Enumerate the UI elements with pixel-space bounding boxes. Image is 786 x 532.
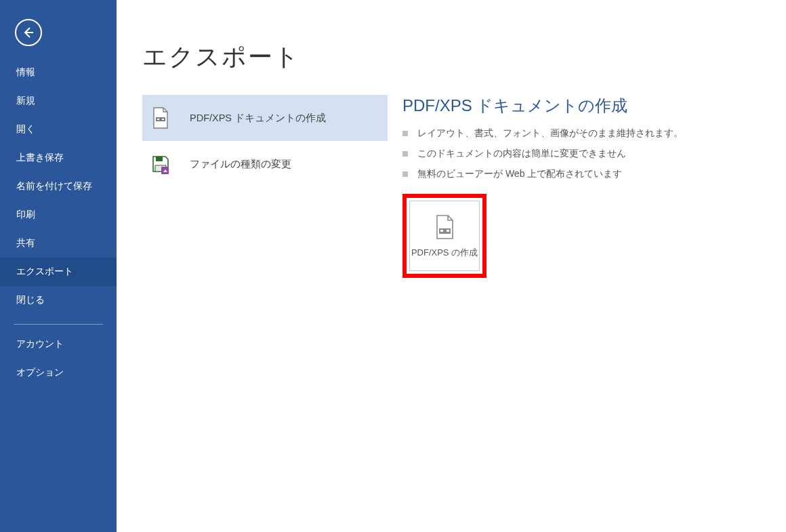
sidebar-item-share[interactable]: 共有 [0, 229, 117, 258]
sidebar-item-open[interactable]: 開く [0, 115, 117, 144]
svg-rect-6 [157, 119, 159, 120]
sidebar-nav-list: 情報 新規 開く 上書き保存 名前を付けて保存 印刷 共有 エクスポート 閉じる… [0, 58, 117, 387]
sidebar-item-options[interactable]: オプション [0, 359, 117, 387]
detail-bullet: 無料のビューアーが Web 上で配布されています [402, 164, 772, 184]
detail-bullet: レイアウト、書式、フォント、画像がそのまま維持されます。 [402, 123, 772, 144]
highlight-box: PDF/XPS の作成 [402, 194, 487, 278]
sidebar-item-account[interactable]: アカウント [0, 330, 117, 359]
detail-title: PDF/XPS ドキュメントの作成 [402, 95, 772, 117]
sidebar-separator [14, 324, 103, 325]
pdf-file-icon [433, 213, 456, 243]
option-label: ファイルの種類の変更 [190, 158, 291, 171]
option-change-file-type[interactable]: ファイルの種類の変更 [142, 141, 388, 187]
create-pdf-xps-button[interactable]: PDF/XPS の作成 [409, 201, 480, 271]
export-option-list: PDF/XPS ドキュメントの作成 ファイルの種類の変更 [142, 95, 388, 187]
sidebar-item-export[interactable]: エクスポート [0, 258, 117, 286]
back-button[interactable] [15, 19, 42, 46]
sidebar-item-save[interactable]: 上書き保存 [0, 144, 117, 172]
option-create-pdf-xps[interactable]: PDF/XPS ドキュメントの作成 [142, 95, 388, 141]
sidebar-item-saveas[interactable]: 名前を付けて保存 [0, 172, 117, 201]
sidebar-item-print[interactable]: 印刷 [0, 201, 117, 229]
page-heading: エクスポート [142, 41, 300, 74]
main-content: エクスポート PDF/XPS ドキュメントの作成 [117, 0, 786, 532]
svg-rect-7 [162, 119, 164, 120]
sidebar-item-close[interactable]: 閉じる [0, 286, 117, 314]
action-button-label: PDF/XPS の作成 [411, 247, 478, 258]
bullet-icon [402, 131, 408, 136]
option-label: PDF/XPS ドキュメントの作成 [190, 112, 326, 125]
svg-rect-8 [156, 157, 163, 161]
sidebar-item-new[interactable]: 新規 [0, 87, 117, 115]
export-detail-pane: PDF/XPS ドキュメントの作成 レイアウト、書式、フォント、画像がそのまま維… [402, 95, 772, 278]
pdf-file-icon [150, 106, 171, 129]
svg-rect-12 [440, 230, 443, 232]
detail-bullet-list: レイアウト、書式、フォント、画像がそのまま維持されます。 このドキュメントの内容… [402, 123, 772, 184]
bullet-icon [402, 151, 408, 157]
detail-bullet: このドキュメントの内容は簡単に変更できません [402, 144, 772, 164]
save-change-icon [150, 152, 171, 176]
svg-rect-13 [447, 230, 449, 232]
sidebar-item-info[interactable]: 情報 [0, 58, 117, 87]
backstage-sidebar: 情報 新規 開く 上書き保存 名前を付けて保存 印刷 共有 エクスポート 閉じる… [0, 0, 117, 532]
bullet-icon [402, 171, 408, 177]
